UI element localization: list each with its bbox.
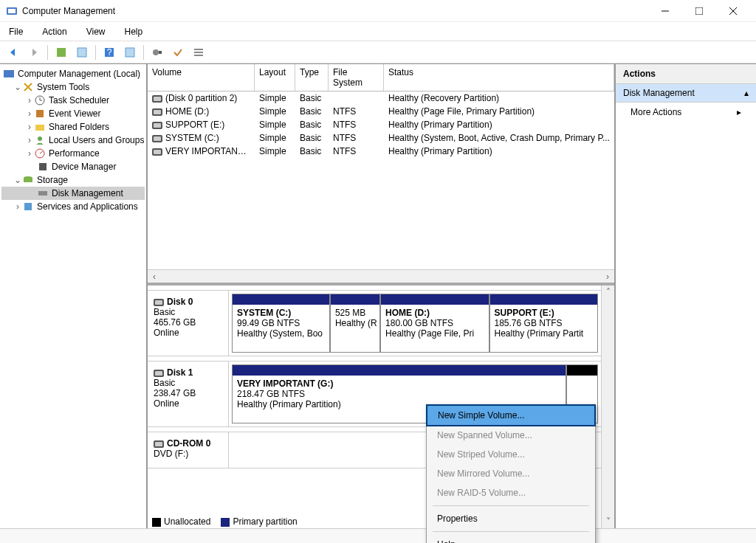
collapse-icon[interactable]: ⌄ — [13, 175, 22, 185]
cm-properties[interactable]: Properties — [427, 509, 595, 528]
svg-rect-24 — [24, 178, 32, 182]
expand-icon[interactable]: › — [25, 122, 34, 132]
table-row[interactable]: (Disk 0 partition 2)SimpleBasicHealthy (… — [148, 91, 614, 105]
volume-icon — [152, 122, 162, 129]
tree-local-users[interactable]: › Local Users and Groups — [1, 134, 145, 147]
check-icon[interactable] — [169, 44, 187, 61]
back-button[interactable] — [4, 44, 22, 61]
collapse-icon[interactable]: ⌄ — [13, 82, 22, 92]
list-icon[interactable] — [190, 44, 207, 61]
tree-label: Services and Applications — [37, 201, 138, 212]
vertical-scrollbar[interactable]: ˄ ˅ — [601, 286, 614, 528]
col-fs[interactable]: File System — [329, 64, 384, 91]
actions-section[interactable]: Disk Management ▴ — [616, 84, 756, 103]
expand-icon[interactable]: › — [13, 201, 22, 212]
computer-icon — [3, 68, 15, 80]
tree-label: Shared Folders — [49, 122, 109, 132]
svg-rect-1 — [8, 9, 16, 13]
scroll-right-icon[interactable]: › — [601, 271, 614, 283]
close-button[interactable] — [716, 0, 750, 22]
folder-icon — [34, 121, 46, 133]
tree-services[interactable]: › Services and Applications — [1, 200, 145, 213]
svg-rect-22 — [39, 163, 47, 170]
horizontal-scrollbar[interactable]: ‹ › — [148, 269, 614, 283]
svg-rect-19 — [35, 125, 44, 131]
tree-event-viewer[interactable]: › Event Viewer — [1, 107, 145, 120]
svg-point-11 — [153, 49, 159, 55]
tree-root[interactable]: Computer Management (Local) — [1, 67, 145, 80]
help-icon[interactable]: ? — [100, 44, 118, 61]
maximize-button[interactable] — [682, 0, 716, 22]
view-icon[interactable] — [121, 44, 139, 61]
table-row[interactable]: SYSTEM (C:)SimpleBasicNTFSHealthy (Syste… — [148, 131, 614, 145]
svg-rect-26 — [24, 203, 32, 210]
disk-info[interactable]: CD-ROM 0 DVD (F:) — [148, 432, 229, 468]
partition[interactable]: 525 MBHealthy (R — [330, 294, 380, 353]
minimize-button[interactable] — [648, 0, 682, 22]
properties-icon[interactable] — [73, 44, 91, 61]
cm-new-simple-volume[interactable]: New Simple Volume... — [426, 404, 596, 426]
expand-icon[interactable]: › — [25, 95, 34, 106]
actions-more[interactable]: More Actions ▸ — [616, 103, 756, 122]
scroll-up-icon[interactable]: ˄ — [602, 286, 614, 299]
actions-header: Actions — [616, 64, 756, 84]
device-icon — [37, 161, 49, 173]
disk-info[interactable]: Disk 0 Basic 465.76 GB Online — [148, 291, 229, 356]
svg-rect-12 — [159, 51, 162, 54]
disk-icon — [154, 370, 164, 377]
expand-icon[interactable]: › — [25, 108, 34, 119]
storage-icon — [22, 174, 34, 186]
collapse-icon: ▴ — [744, 88, 749, 98]
col-type[interactable]: Type — [295, 64, 329, 91]
menu-action[interactable]: Action — [38, 25, 71, 38]
table-row[interactable]: HOME (D:)SimpleBasicNTFSHealthy (Page Fi… — [148, 105, 614, 118]
menu-file[interactable]: File — [4, 25, 27, 38]
svg-rect-25 — [38, 191, 47, 196]
menu-view[interactable]: View — [82, 25, 110, 38]
col-volume[interactable]: Volume — [148, 64, 255, 91]
svg-rect-6 — [57, 48, 66, 57]
svg-point-20 — [38, 136, 42, 141]
expand-icon[interactable]: › — [25, 135, 34, 145]
scroll-down-icon[interactable]: ˅ — [602, 515, 614, 528]
tree-task-scheduler[interactable]: › Task Scheduler — [1, 94, 145, 107]
refresh-icon[interactable] — [52, 44, 70, 61]
disk-settings-icon[interactable] — [148, 44, 166, 61]
tree-label: Local Users and Groups — [49, 135, 144, 145]
forward-button[interactable] — [25, 44, 43, 61]
volume-table: Volume Layout Type File System Status (D… — [148, 64, 614, 286]
tree-label: Event Viewer — [49, 108, 100, 119]
svg-text:?: ? — [107, 47, 112, 58]
svg-rect-10 — [126, 48, 134, 57]
expand-icon[interactable]: › — [25, 148, 34, 159]
perf-icon — [34, 148, 46, 159]
volume-icon — [152, 95, 162, 103]
disk-info[interactable]: Disk 1 Basic 238.47 GB Online — [148, 362, 229, 426]
partition[interactable]: HOME (D:)180.00 GB NTFSHealthy (Page Fil… — [380, 294, 489, 353]
tree-device-manager[interactable]: Device Manager — [1, 160, 145, 173]
tools-icon — [22, 81, 34, 93]
cm-new-raid5-volume: New RAID-5 Volume... — [427, 483, 595, 502]
tree-system-tools[interactable]: ⌄ System Tools — [1, 80, 145, 94]
table-row[interactable]: VERY IMPORTANT (G:)SimpleBasicNTFSHealth… — [148, 145, 614, 158]
table-row[interactable]: SUPPORT (E:)SimpleBasicNTFSHealthy (Prim… — [148, 118, 614, 131]
tree-shared-folders[interactable]: › Shared Folders — [1, 120, 145, 134]
tree-storage[interactable]: ⌄ Storage — [1, 173, 145, 187]
scroll-left-icon[interactable]: ‹ — [148, 271, 161, 283]
svg-rect-14 — [194, 52, 203, 53]
app-icon — [6, 5, 18, 17]
partition[interactable]: SUPPORT (E:)185.76 GB NTFSHealthy (Prima… — [489, 294, 598, 353]
tree-disk-management[interactable]: Disk Management — [1, 187, 145, 200]
cm-help[interactable]: Help — [427, 535, 595, 543]
col-layout[interactable]: Layout — [255, 64, 295, 91]
users-icon — [34, 134, 46, 146]
volume-icon — [152, 135, 162, 142]
cm-new-spanned-volume: New Spanned Volume... — [427, 426, 595, 445]
volume-table-header: Volume Layout Type File System Status — [148, 64, 614, 91]
menu-help[interactable]: Help — [120, 25, 148, 38]
partition[interactable]: SYSTEM (C:)99.49 GB NTFSHealthy (System,… — [232, 294, 330, 353]
statusbar — [0, 528, 756, 543]
col-status[interactable]: Status — [384, 64, 614, 91]
disk-icon — [154, 299, 164, 306]
tree-performance[interactable]: › Performance — [1, 147, 145, 160]
